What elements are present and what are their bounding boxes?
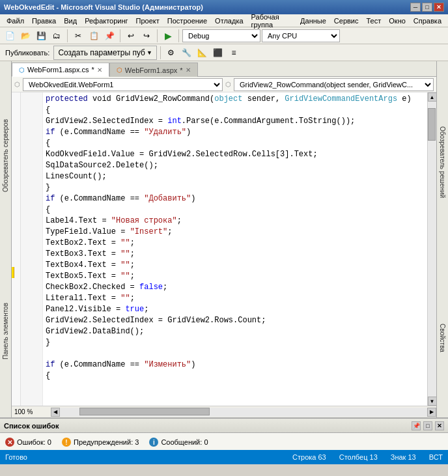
- close-button[interactable]: ✕: [434, 3, 444, 12]
- scroll-thumb-v[interactable]: [428, 108, 436, 141]
- publish-combo-btn[interactable]: Создать параметры пуб ▼: [53, 46, 157, 60]
- zoom-area: 100 %: [12, 408, 51, 415]
- menu-data[interactable]: Данные: [296, 16, 330, 26]
- tb-btn3[interactable]: 📐: [195, 46, 210, 60]
- new-file-btn[interactable]: 📄: [3, 29, 17, 43]
- menu-view[interactable]: Вид: [60, 16, 81, 26]
- line-num: [22, 260, 40, 271]
- scroll-down-btn[interactable]: ▼: [428, 397, 437, 406]
- tb-btn2[interactable]: 🔧: [180, 46, 194, 60]
- title-bar: WebOkvedEdit - Microsoft Visual Studio (…: [0, 0, 448, 14]
- main-area: Обозреватель серверов Панель элементов ⬡…: [0, 61, 448, 417]
- paste-btn[interactable]: 📌: [102, 29, 117, 43]
- copy-btn[interactable]: 📋: [87, 29, 101, 43]
- line-num: [22, 271, 40, 282]
- code-line-7: SqlDataSource2.Delete();: [46, 160, 425, 171]
- status-ready: Готово: [5, 453, 27, 461]
- menu-refactor[interactable]: Рефакторинг: [81, 16, 132, 26]
- code-lines[interactable]: protected void GridView2_RowCommand(obje…: [43, 92, 427, 406]
- h-scroll-right[interactable]: ▶: [427, 408, 436, 417]
- status-col: Столбец 13: [339, 453, 378, 461]
- menu-file[interactable]: Файл: [3, 16, 28, 26]
- create-label: Создать параметры пуб: [58, 48, 145, 57]
- tab-icon-cs: ⬡: [19, 66, 25, 74]
- solution-explorer-tab[interactable]: Обозреватель решений: [439, 126, 446, 198]
- menu-debug[interactable]: Отладка: [211, 16, 247, 26]
- cut-btn[interactable]: ✂: [71, 29, 85, 43]
- run-btn[interactable]: ▶: [161, 29, 175, 43]
- undo-btn[interactable]: ↩: [124, 29, 138, 43]
- vertical-scrollbar[interactable]: ▲ ▼: [427, 92, 436, 406]
- code-line-2: {: [46, 105, 425, 116]
- line-num: [22, 293, 40, 304]
- toolbar-secondary: Публиковать: Создать параметры пуб ▼ ⚙ 🔧…: [0, 44, 448, 61]
- scroll-up-btn[interactable]: ▲: [428, 92, 437, 102]
- menu-help[interactable]: Справка: [410, 16, 445, 26]
- platform-combo[interactable]: Any CPU: [262, 29, 340, 42]
- menu-tools[interactable]: Сервис: [330, 16, 363, 26]
- error-item-warnings[interactable]: ! Предупреждений: 3: [62, 438, 139, 447]
- h-scroll-thumb[interactable]: [79, 408, 210, 415]
- error-panel: Список ошибок 📌 □ ✕ ✕ Ошибок: 0 ! Предуп…: [0, 417, 448, 450]
- menu-test[interactable]: Тест: [363, 16, 385, 26]
- tab-icon-aspx: ⬡: [117, 66, 122, 74]
- menu-window[interactable]: Окно: [385, 16, 410, 26]
- panel-float-btn[interactable]: □: [423, 421, 432, 430]
- toolbox-tab[interactable]: Панель элементов: [2, 303, 9, 359]
- redo-btn[interactable]: ↪: [139, 29, 154, 43]
- tab-webform-aspx[interactable]: ⬡ WebForm1.aspx * ✕: [109, 63, 198, 77]
- server-explorer-tab[interactable]: Обозреватель серверов: [2, 119, 9, 192]
- tab-close-cs[interactable]: ✕: [97, 66, 102, 74]
- tab-webform-cs[interactable]: ⬡ WebForm1.aspx.cs * ✕: [12, 63, 109, 77]
- panel-pin-btn[interactable]: 📌: [412, 421, 421, 430]
- save-btn[interactable]: 💾: [34, 29, 48, 43]
- code-line-9: }: [46, 182, 425, 193]
- menu-workgroup[interactable]: Рабочая группа: [247, 12, 297, 30]
- h-scroll-track[interactable]: [60, 408, 427, 417]
- menu-build[interactable]: Построение: [163, 16, 211, 26]
- line-num: [22, 326, 40, 337]
- minimize-button[interactable]: ─: [410, 3, 421, 12]
- code-line-23: }: [46, 337, 425, 348]
- warning-icon: !: [62, 438, 71, 447]
- open-btn[interactable]: 📂: [18, 29, 33, 43]
- line-num: [22, 127, 40, 138]
- class-dropdown[interactable]: WebOkvedEdit.WebForm1: [23, 78, 223, 91]
- h-scrollbar-area: 100 % ◀ ▶: [12, 406, 436, 417]
- line-num: [22, 116, 40, 127]
- line-num: [22, 171, 40, 182]
- h-scroll-left[interactable]: ◀: [51, 408, 60, 417]
- indicator-gutter: [12, 92, 21, 406]
- line-num: [22, 371, 40, 382]
- tab-close-aspx[interactable]: ✕: [186, 66, 191, 74]
- error-item-messages[interactable]: i Сообщений: 0: [149, 438, 208, 447]
- messages-label: Сообщений: 0: [161, 438, 208, 446]
- panel-header-controls: 📌 □ ✕: [412, 421, 444, 430]
- panel-close-btn[interactable]: ✕: [435, 421, 444, 430]
- tb-btn4[interactable]: ⬛: [211, 46, 225, 60]
- publish-label: Публиковать:: [3, 49, 52, 57]
- method-icon: ⬡: [225, 81, 231, 88]
- warnings-label: Предупреждений: 3: [74, 438, 139, 446]
- menu-project[interactable]: Проект: [132, 16, 163, 26]
- error-icon: ✕: [5, 438, 14, 447]
- code-editor: protected void GridView2_RowCommand(obje…: [12, 92, 436, 406]
- code-line-13: TypeField.Value = "Insert";: [46, 227, 425, 238]
- line-numbers: [21, 92, 43, 406]
- sep2: [120, 29, 120, 42]
- maximize-button[interactable]: □: [422, 3, 432, 12]
- save-all-btn[interactable]: 🗂: [49, 29, 64, 43]
- line-num: [22, 359, 40, 371]
- line-num: [22, 216, 40, 227]
- tb-btn5[interactable]: ≡: [227, 46, 241, 60]
- code-line-3: GridView2.SelectedIndex = int.Parse(e.Co…: [46, 116, 425, 127]
- scroll-track-v[interactable]: [428, 102, 436, 397]
- properties-tab[interactable]: Свойства: [439, 324, 446, 352]
- tb-btn1[interactable]: ⚙: [164, 46, 178, 60]
- dropdown-arrow[interactable]: ▼: [147, 49, 152, 56]
- method-dropdown[interactable]: GridView2_RowCommand(object sender, Grid…: [234, 78, 434, 91]
- error-item-errors[interactable]: ✕ Ошибок: 0: [5, 438, 51, 447]
- menu-edit[interactable]: Правка: [28, 16, 60, 26]
- code-line-25: if (e.CommandName == "Изменить"): [46, 359, 425, 371]
- configuration-combo[interactable]: Debug: [182, 29, 260, 42]
